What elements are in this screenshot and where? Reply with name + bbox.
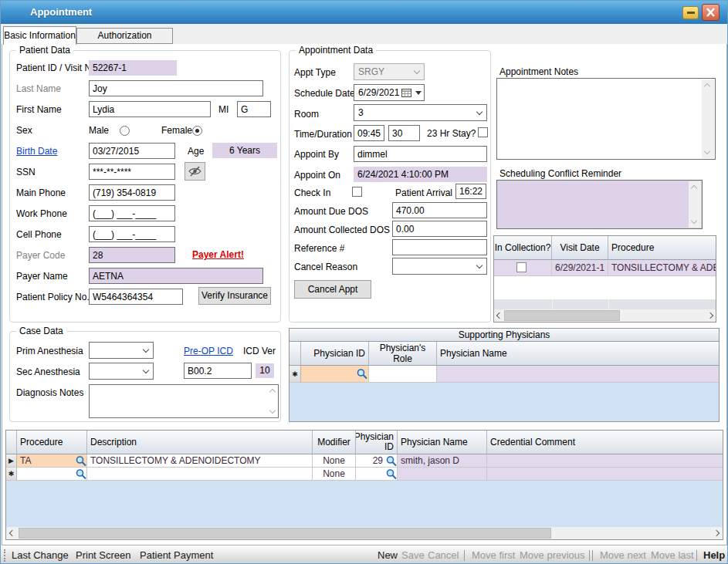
scroll-left-icon[interactable] xyxy=(9,530,15,536)
ssn-input[interactable] xyxy=(89,164,175,180)
cancel-appt-button[interactable]: Cancel Appt xyxy=(294,280,371,299)
appointment-notes-textarea[interactable] xyxy=(496,78,716,160)
minimize-button[interactable] xyxy=(682,6,699,19)
credential-comment-cell[interactable] xyxy=(487,454,723,468)
print-screen-button[interactable]: Print Screen xyxy=(76,549,131,561)
first-name-input[interactable] xyxy=(89,101,211,117)
move-previous-button[interactable]: Move previous xyxy=(520,549,585,561)
search-icon[interactable] xyxy=(385,468,398,480)
credential-comment-cell[interactable] xyxy=(487,468,723,481)
notes-scrollbar[interactable] xyxy=(702,79,714,158)
visit-date-cell[interactable]: 6/29/2021-1 xyxy=(552,260,608,276)
patient-payment-button[interactable]: Patient Payment xyxy=(140,549,213,561)
conflict-reminder-textarea[interactable] xyxy=(496,180,703,229)
modifier-cell[interactable]: None xyxy=(313,468,356,481)
search-icon[interactable] xyxy=(75,468,87,480)
cell-phone-input[interactable] xyxy=(89,226,175,242)
in-collection-checkbox[interactable] xyxy=(516,262,527,272)
physician-id-col-header[interactable]: Physician ID xyxy=(301,342,369,366)
appoint-by-input[interactable] xyxy=(354,146,487,162)
check-in-checkbox[interactable] xyxy=(352,187,362,197)
pre-op-icd-link[interactable]: Pre-OP ICD xyxy=(184,346,233,356)
payer-code-input[interactable] xyxy=(89,247,175,263)
payer-name-input[interactable] xyxy=(89,268,263,284)
search-icon[interactable] xyxy=(75,455,87,467)
prim-anesthesia-select[interactable] xyxy=(89,342,154,359)
room-select[interactable]: 3 xyxy=(354,104,487,121)
policy-number-input[interactable] xyxy=(89,289,183,305)
main-phone-input[interactable] xyxy=(89,184,175,201)
scroll-right-icon[interactable] xyxy=(713,530,720,536)
patient-arrival-input[interactable] xyxy=(455,184,486,199)
scroll-down-icon[interactable] xyxy=(691,218,697,224)
description-cell[interactable]: TONSILLECTOMY & ADENOIDECTOMY xyxy=(87,454,313,468)
verify-insurance-button[interactable]: Verify Insurance xyxy=(198,287,271,305)
modifier-col-header[interactable]: Modifier xyxy=(313,431,356,454)
physician-name-col-header[interactable]: Physician Name xyxy=(398,431,487,454)
diagnosis-notes-textarea[interactable] xyxy=(89,384,279,418)
cancel-reason-select[interactable] xyxy=(392,258,487,275)
appt-type-value: SRGY xyxy=(358,66,384,77)
pre-op-icd-input[interactable] xyxy=(184,363,252,379)
move-first-button[interactable]: Move first xyxy=(472,549,515,561)
procedure-hscrollbar[interactable] xyxy=(6,527,723,539)
amount-due-input[interactable] xyxy=(392,202,487,218)
credential-comment-col-header[interactable]: Credential Comment xyxy=(487,431,723,454)
conflict-scrollbar[interactable] xyxy=(689,181,701,228)
physician-id-col-header[interactable]: Physician ID xyxy=(356,431,398,454)
stay-checkbox[interactable] xyxy=(478,127,488,137)
description-col-header[interactable]: Description xyxy=(87,431,313,454)
scroll-down-icon[interactable] xyxy=(704,148,710,154)
save-button[interactable]: Save xyxy=(401,549,425,561)
scroll-right-icon[interactable] xyxy=(707,312,713,319)
birth-date-link[interactable]: Birth Date xyxy=(16,146,57,157)
visit-date-col-header[interactable]: Visit Date xyxy=(552,236,608,260)
physician-name-cell[interactable] xyxy=(398,468,487,481)
physician-name-cell[interactable]: smith, jason D xyxy=(398,454,487,468)
search-icon[interactable] xyxy=(356,368,368,380)
scrollbar-thumb[interactable] xyxy=(19,528,551,539)
physician-role-col-header[interactable]: Physician's Role xyxy=(369,342,437,366)
time-input[interactable] xyxy=(354,125,384,141)
cancel-button[interactable]: Cancel xyxy=(428,549,459,561)
procedure-col-header[interactable]: Procedure xyxy=(17,431,87,454)
work-phone-input[interactable] xyxy=(89,205,175,221)
collection-hscrollbar[interactable] xyxy=(494,309,716,322)
amount-collected-input[interactable] xyxy=(392,221,487,237)
last-change-button[interactable]: Last Change xyxy=(12,549,69,561)
ssn-visibility-button[interactable] xyxy=(185,162,205,181)
scrollbar-thumb[interactable] xyxy=(504,310,620,321)
description-cell[interactable] xyxy=(87,468,313,481)
toolbar-grip-handle[interactable] xyxy=(4,549,6,562)
male-radio[interactable] xyxy=(120,126,130,136)
close-button[interactable] xyxy=(702,4,720,21)
duration-input[interactable] xyxy=(388,125,420,141)
physician-name-col-header[interactable]: Physician Name xyxy=(437,342,719,366)
help-button[interactable]: Help xyxy=(703,549,725,561)
procedure-col-header[interactable]: Procedure xyxy=(608,236,716,260)
procedure-cell[interactable]: TONSILLECTOMY & ADENOIDECTOMY xyxy=(608,260,716,276)
modifier-cell[interactable]: None xyxy=(313,454,356,468)
last-name-input[interactable] xyxy=(89,80,263,96)
payer-alert-link[interactable]: Payer Alert! xyxy=(192,249,244,260)
move-next-button[interactable]: Move next xyxy=(600,549,646,561)
birth-date-input[interactable] xyxy=(89,143,175,159)
female-radio[interactable] xyxy=(192,126,202,136)
reference-input[interactable] xyxy=(392,239,487,255)
collection-col-header[interactable]: In Collection? xyxy=(494,236,552,260)
titlebar[interactable]: Appointment xyxy=(1,1,728,24)
appt-type-select[interactable]: SRGY xyxy=(354,63,425,80)
tab-basic-information[interactable]: Basic Information xyxy=(3,26,76,45)
physician-name-cell[interactable] xyxy=(437,366,719,383)
physician-role-cell[interactable] xyxy=(369,366,437,383)
mi-input[interactable] xyxy=(237,101,271,117)
search-icon[interactable] xyxy=(385,455,398,467)
scroll-up-icon[interactable] xyxy=(691,185,697,191)
scroll-up-icon[interactable] xyxy=(704,83,710,89)
scroll-left-icon[interactable] xyxy=(496,312,503,319)
sec-anesthesia-select[interactable] xyxy=(89,363,154,380)
schedule-date-picker[interactable]: 6/29/2021 xyxy=(354,84,425,101)
tab-authorization-information[interactable]: Authorization Information xyxy=(76,28,173,44)
move-last-button[interactable]: Move last xyxy=(651,549,694,561)
new-button[interactable]: New xyxy=(378,549,398,561)
